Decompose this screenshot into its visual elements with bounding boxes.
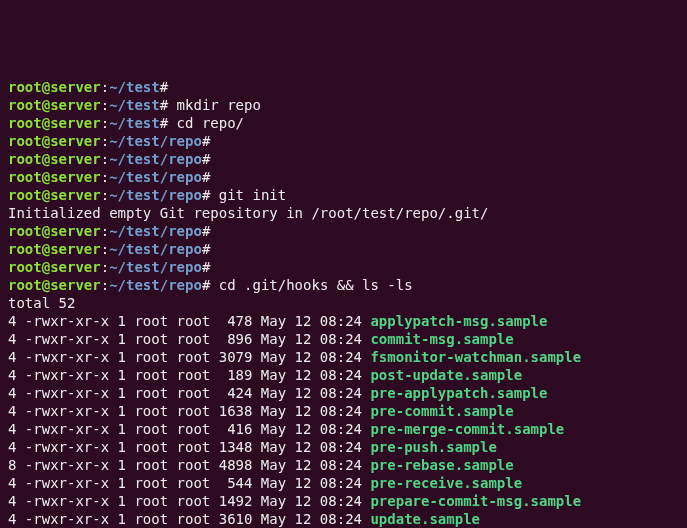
prompt-path: ~/test/repo [109, 223, 202, 239]
ls-entry-meta: 8 -rwxr-xr-x 1 root root 4898 May 12 08:… [8, 457, 370, 473]
terminal-line: root@server:~/test/repo# [8, 240, 679, 258]
ls-entry-meta: 4 -rwxr-xr-x 1 root root 3079 May 12 08:… [8, 349, 370, 365]
ls-entry-filename: prepare-commit-msg.sample [370, 493, 581, 509]
terminal-line: total 52 [8, 294, 679, 312]
ls-entry-meta: 4 -rwxr-xr-x 1 root root 896 May 12 08:2… [8, 331, 370, 347]
terminal-line: root@server:~/test/repo# [8, 222, 679, 240]
terminal-line: 4 -rwxr-xr-x 1 root root 478 May 12 08:2… [8, 312, 679, 330]
prompt-path: ~/test [109, 115, 160, 131]
prompt-user-host: root@server [8, 169, 101, 185]
terminal-line: 4 -rwxr-xr-x 1 root root 1638 May 12 08:… [8, 402, 679, 420]
ls-entry-filename: pre-rebase.sample [370, 457, 513, 473]
ls-entry-meta: 4 -rwxr-xr-x 1 root root 3610 May 12 08:… [8, 511, 370, 527]
prompt-user-host: root@server [8, 187, 101, 203]
terminal-line: 8 -rwxr-xr-x 1 root root 4898 May 12 08:… [8, 456, 679, 474]
prompt-path: ~/test/repo [109, 169, 202, 185]
terminal-line: root@server:~/test# cd repo/ [8, 114, 679, 132]
prompt-path: ~/test/repo [109, 277, 202, 293]
terminal-line: 4 -rwxr-xr-x 1 root root 3079 May 12 08:… [8, 348, 679, 366]
prompt-user-host: root@server [8, 133, 101, 149]
prompt-path: ~/test/repo [109, 133, 202, 149]
output-text: total 52 [8, 295, 75, 311]
terminal-line: root@server:~/test# mkdir repo [8, 96, 679, 114]
ls-entry-meta: 4 -rwxr-xr-x 1 root root 424 May 12 08:2… [8, 385, 370, 401]
prompt-path: ~/test/repo [109, 151, 202, 167]
command-text: git init [210, 187, 286, 203]
ls-entry-filename: pre-commit.sample [370, 403, 513, 419]
terminal-line: root@server:~/test/repo# git init [8, 186, 679, 204]
prompt-user-host: root@server [8, 79, 101, 95]
terminal-line: 4 -rwxr-xr-x 1 root root 544 May 12 08:2… [8, 474, 679, 492]
output-text: Initialized empty Git repository in /roo… [8, 205, 488, 221]
ls-entry-filename: pre-push.sample [370, 439, 496, 455]
command-text: mkdir repo [168, 97, 261, 113]
ls-entry-filename: post-update.sample [370, 367, 522, 383]
ls-entry-meta: 4 -rwxr-xr-x 1 root root 544 May 12 08:2… [8, 475, 370, 491]
ls-entry-meta: 4 -rwxr-xr-x 1 root root 416 May 12 08:2… [8, 421, 370, 437]
terminal-line: 4 -rwxr-xr-x 1 root root 1348 May 12 08:… [8, 438, 679, 456]
ls-entry-meta: 4 -rwxr-xr-x 1 root root 189 May 12 08:2… [8, 367, 370, 383]
terminal-line: root@server:~/test# [8, 78, 679, 96]
ls-entry-filename: pre-merge-commit.sample [370, 421, 564, 437]
terminal-line: root@server:~/test/repo# [8, 168, 679, 186]
terminal-line: Initialized empty Git repository in /roo… [8, 204, 679, 222]
terminal-line: 4 -rwxr-xr-x 1 root root 1492 May 12 08:… [8, 492, 679, 510]
prompt-path: ~/test [109, 97, 160, 113]
prompt-user-host: root@server [8, 115, 101, 131]
prompt-user-host: root@server [8, 277, 101, 293]
prompt-path: ~/test/repo [109, 187, 202, 203]
terminal-line: root@server:~/test/repo# [8, 258, 679, 276]
ls-entry-meta: 4 -rwxr-xr-x 1 root root 1348 May 12 08:… [8, 439, 370, 455]
terminal-line: root@server:~/test/repo# cd .git/hooks &… [8, 276, 679, 294]
terminal-line: 4 -rwxr-xr-x 1 root root 189 May 12 08:2… [8, 366, 679, 384]
ls-entry-meta: 4 -rwxr-xr-x 1 root root 478 May 12 08:2… [8, 313, 370, 329]
prompt-path: ~/test [109, 79, 160, 95]
prompt-user-host: root@server [8, 223, 101, 239]
ls-entry-filename: applypatch-msg.sample [370, 313, 547, 329]
terminal-output[interactable]: root@server:~/test#root@server:~/test# m… [8, 78, 679, 528]
command-text: cd repo/ [168, 115, 244, 131]
terminal-line: 4 -rwxr-xr-x 1 root root 416 May 12 08:2… [8, 420, 679, 438]
ls-entry-meta: 4 -rwxr-xr-x 1 root root 1492 May 12 08:… [8, 493, 370, 509]
terminal-line: 4 -rwxr-xr-x 1 root root 896 May 12 08:2… [8, 330, 679, 348]
ls-entry-filename: pre-applypatch.sample [370, 385, 547, 401]
command-text: cd .git/hooks && ls -ls [210, 277, 412, 293]
ls-entry-filename: fsmonitor-watchman.sample [370, 349, 581, 365]
prompt-path: ~/test/repo [109, 241, 202, 257]
ls-entry-meta: 4 -rwxr-xr-x 1 root root 1638 May 12 08:… [8, 403, 370, 419]
terminal-line: 4 -rwxr-xr-x 1 root root 3610 May 12 08:… [8, 510, 679, 528]
terminal-line: root@server:~/test/repo# [8, 150, 679, 168]
prompt-user-host: root@server [8, 97, 101, 113]
prompt-user-host: root@server [8, 241, 101, 257]
terminal-line: 4 -rwxr-xr-x 1 root root 424 May 12 08:2… [8, 384, 679, 402]
prompt-user-host: root@server [8, 151, 101, 167]
prompt-user-host: root@server [8, 259, 101, 275]
ls-entry-filename: pre-receive.sample [370, 475, 522, 491]
ls-entry-filename: update.sample [370, 511, 480, 527]
terminal-line: root@server:~/test/repo# [8, 132, 679, 150]
ls-entry-filename: commit-msg.sample [370, 331, 513, 347]
prompt-path: ~/test/repo [109, 259, 202, 275]
